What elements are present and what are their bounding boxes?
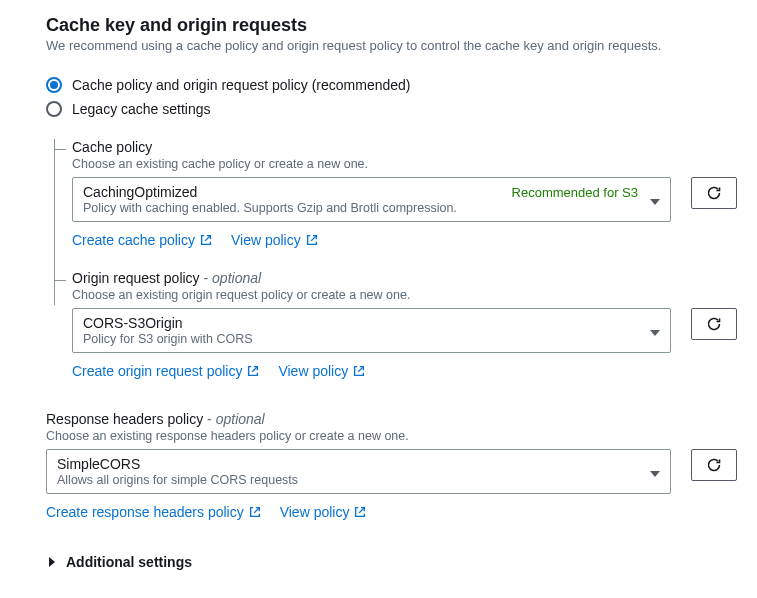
response-headers-policy-select[interactable]: SimpleCORS Allows all origins for simple… bbox=[46, 449, 671, 494]
policy-mode-radio-group: Cache policy and origin request policy (… bbox=[46, 77, 737, 117]
create-origin-request-policy-link[interactable]: Create origin request policy bbox=[72, 363, 260, 379]
external-link-icon bbox=[248, 505, 262, 519]
cache-policy-section: Cache policy Choose an existing cache po… bbox=[54, 139, 737, 248]
response-headers-policy-section: Response headers policyoptional Choose a… bbox=[46, 411, 737, 520]
origin-request-policy-refresh-button[interactable] bbox=[691, 308, 737, 340]
radio-label: Legacy cache settings bbox=[72, 101, 211, 117]
caret-down-icon bbox=[650, 323, 660, 339]
response-headers-policy-desc: Choose an existing response headers poli… bbox=[46, 429, 737, 443]
external-link-icon bbox=[353, 505, 367, 519]
refresh-icon bbox=[706, 185, 722, 201]
radio-icon bbox=[46, 101, 62, 117]
caret-down-icon bbox=[650, 192, 660, 208]
page-subtitle: We recommend using a cache policy and or… bbox=[46, 38, 737, 53]
radio-legacy[interactable]: Legacy cache settings bbox=[46, 101, 737, 117]
view-cache-policy-link[interactable]: View policy bbox=[231, 232, 319, 248]
radio-recommended[interactable]: Cache policy and origin request policy (… bbox=[46, 77, 737, 93]
cache-policy-desc: Choose an existing cache policy or creat… bbox=[72, 157, 737, 171]
caret-down-icon bbox=[650, 464, 660, 480]
create-cache-policy-link[interactable]: Create cache policy bbox=[72, 232, 213, 248]
create-response-headers-policy-link[interactable]: Create response headers policy bbox=[46, 504, 262, 520]
origin-request-policy-desc: Choose an existing origin request policy… bbox=[72, 288, 737, 302]
additional-settings-toggle[interactable]: Additional settings bbox=[46, 554, 737, 570]
view-origin-request-policy-link[interactable]: View policy bbox=[278, 363, 366, 379]
policy-tree: Cache policy Choose an existing cache po… bbox=[54, 139, 737, 379]
refresh-icon bbox=[706, 457, 722, 473]
cache-policy-title: Cache policy bbox=[72, 139, 737, 155]
caret-right-icon bbox=[46, 556, 58, 568]
external-link-icon bbox=[246, 364, 260, 378]
select-description: Allows all origins for simple CORS reque… bbox=[57, 473, 638, 487]
origin-request-policy-select[interactable]: CORS-S3Origin Policy for S3 origin with … bbox=[72, 308, 671, 353]
refresh-icon bbox=[706, 316, 722, 332]
select-value: CachingOptimized bbox=[83, 184, 197, 200]
radio-label: Cache policy and origin request policy (… bbox=[72, 77, 411, 93]
additional-settings-label: Additional settings bbox=[66, 554, 192, 570]
select-description: Policy for S3 origin with CORS bbox=[83, 332, 638, 346]
response-headers-policy-title: Response headers policyoptional bbox=[46, 411, 737, 427]
external-link-icon bbox=[305, 233, 319, 247]
select-recommended-label: Recommended for S3 bbox=[512, 185, 638, 200]
external-link-icon bbox=[352, 364, 366, 378]
select-description: Policy with caching enabled. Supports Gz… bbox=[83, 201, 638, 215]
view-response-headers-policy-link[interactable]: View policy bbox=[280, 504, 368, 520]
radio-icon bbox=[46, 77, 62, 93]
origin-request-policy-section: Origin request policyoptional Choose an … bbox=[54, 270, 737, 379]
origin-request-policy-title: Origin request policyoptional bbox=[72, 270, 737, 286]
cache-policy-select[interactable]: CachingOptimized Recommended for S3 Poli… bbox=[72, 177, 671, 222]
cache-policy-refresh-button[interactable] bbox=[691, 177, 737, 209]
select-value: CORS-S3Origin bbox=[83, 315, 638, 331]
response-headers-policy-refresh-button[interactable] bbox=[691, 449, 737, 481]
select-value: SimpleCORS bbox=[57, 456, 638, 472]
page-title: Cache key and origin requests bbox=[46, 15, 737, 36]
external-link-icon bbox=[199, 233, 213, 247]
